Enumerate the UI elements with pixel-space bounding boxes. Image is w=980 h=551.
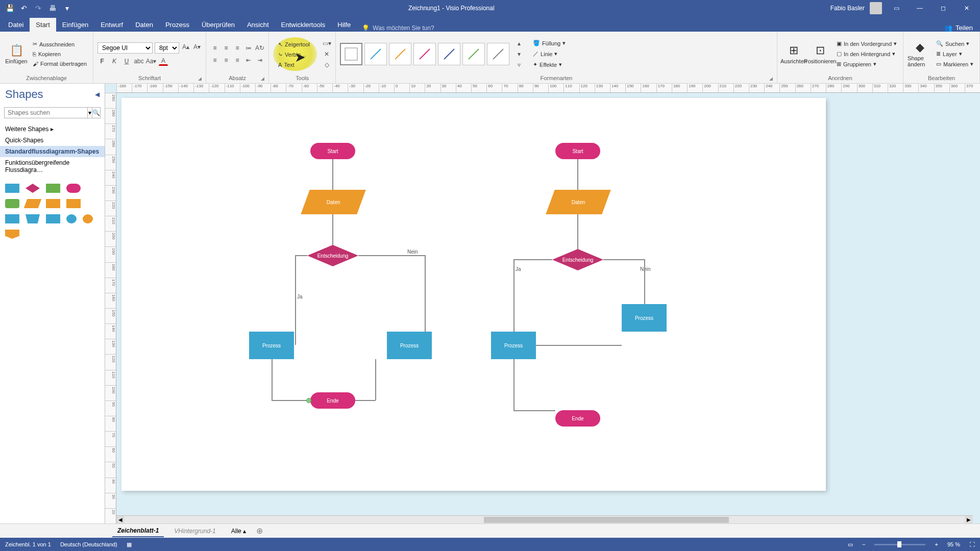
search-dropdown-icon[interactable]: ▾ bbox=[88, 107, 92, 118]
absatz-dialog-icon[interactable]: ◢ bbox=[261, 76, 264, 81]
shape-decision-right[interactable]: Entscheidung bbox=[552, 249, 603, 270]
align-mid-icon[interactable]: ≡ bbox=[222, 43, 231, 53]
change-shape-button[interactable]: ◆Shape ändern bbox=[908, 37, 932, 71]
shape-process-left-left[interactable]: Prozess bbox=[249, 332, 294, 359]
align-top-icon[interactable]: ≡ bbox=[210, 43, 219, 53]
stencil-terminator[interactable] bbox=[66, 184, 81, 193]
send-backward-button[interactable]: ▢In den Hintergrund ▾ bbox=[835, 49, 899, 58]
tab-einfugen[interactable]: Einfügen bbox=[56, 18, 94, 32]
gallery-more-icon[interactable]: ▿ bbox=[514, 60, 524, 69]
scroll-right-icon[interactable]: ▶ bbox=[965, 516, 973, 524]
maximize-icon[interactable]: ◻ bbox=[934, 0, 952, 16]
redo-icon[interactable]: ↷ bbox=[33, 3, 44, 14]
strike-icon[interactable]: abc bbox=[134, 57, 143, 66]
tab-ansicht[interactable]: Ansicht bbox=[241, 18, 275, 32]
shape-process-left-right[interactable]: Prozess bbox=[491, 332, 536, 359]
stencil-database[interactable] bbox=[46, 199, 60, 208]
gallery-up-icon[interactable]: ▴ bbox=[514, 39, 524, 48]
delete-tool-icon[interactable]: ✕ bbox=[322, 49, 331, 59]
stencil-subprocess[interactable] bbox=[46, 184, 60, 193]
tellme-input[interactable]: Was möchten Sie tun? bbox=[373, 24, 434, 32]
stencil-document[interactable] bbox=[66, 199, 81, 208]
style-gallery[interactable] bbox=[340, 43, 509, 65]
quick-shapes-item[interactable]: Quick-Shapes bbox=[5, 135, 100, 146]
stencil-decision[interactable] bbox=[26, 184, 40, 193]
cross-functional-item[interactable]: Funktionsübergreifende Flussdiagra… bbox=[5, 157, 100, 176]
select-button[interactable]: ▭Markieren ▾ bbox=[934, 60, 975, 68]
drawing-page[interactable]: Start Daten Entscheidung Nein Prozess Ja… bbox=[121, 98, 826, 491]
formenarten-dialog-icon[interactable]: ◢ bbox=[769, 76, 773, 81]
zoom-in-icon[interactable]: + bbox=[935, 541, 938, 547]
stencil-process[interactable] bbox=[5, 184, 19, 193]
stencil-external[interactable] bbox=[5, 214, 19, 223]
align-button[interactable]: ⊞Ausrichten bbox=[781, 37, 806, 71]
paste-button[interactable]: 📋 Einfügen bbox=[4, 37, 29, 71]
macro-icon[interactable]: ▦ bbox=[127, 541, 132, 548]
page-tab-all[interactable]: Alle ▴ bbox=[226, 525, 251, 537]
shapes-search-input[interactable] bbox=[4, 107, 88, 118]
stencil-card[interactable] bbox=[46, 214, 60, 223]
group-button[interactable]: ⊞Gruppieren ▾ bbox=[835, 60, 899, 68]
stencil-display[interactable] bbox=[5, 230, 19, 239]
gallery-down-icon[interactable]: ▾ bbox=[514, 49, 524, 59]
zoom-slider[interactable] bbox=[874, 544, 925, 545]
align-bot-icon[interactable]: ≡ bbox=[233, 43, 242, 53]
shape-start-left[interactable]: Start bbox=[310, 143, 355, 159]
page-tab-1[interactable]: Zeichenblatt-1 bbox=[112, 525, 164, 537]
fit-window-icon[interactable]: ⛶ bbox=[969, 541, 975, 547]
tab-hilfe[interactable]: Hilfe bbox=[331, 18, 357, 32]
tab-uberprufen[interactable]: Überprüfen bbox=[195, 18, 241, 32]
zoom-level[interactable]: 95 % bbox=[947, 541, 960, 547]
scroll-left-icon[interactable]: ◀ bbox=[116, 516, 125, 524]
close-icon[interactable]: ✕ bbox=[958, 0, 976, 16]
freeform-tool-icon[interactable]: ◇ bbox=[322, 60, 331, 69]
stencil-onpage[interactable] bbox=[66, 214, 77, 223]
qat-more-icon[interactable]: ▾ bbox=[61, 3, 72, 14]
tab-entwicklertools[interactable]: Entwicklertools bbox=[275, 18, 332, 32]
shape-process-right-left[interactable]: Prozess bbox=[387, 332, 432, 359]
indent-inc-icon[interactable]: ⇥ bbox=[255, 56, 264, 65]
collapse-panel-icon[interactable]: ◀ bbox=[95, 91, 100, 98]
scroll-thumb[interactable] bbox=[484, 517, 729, 523]
align-center-icon[interactable]: ≡ bbox=[222, 56, 231, 65]
rectangle-tool-icon[interactable]: ▭▾ bbox=[322, 39, 331, 48]
cut-button[interactable]: ✂Ausschneiden bbox=[31, 40, 89, 48]
font-name-select[interactable]: Segoe UI bbox=[97, 42, 153, 54]
shape-end-right[interactable]: Ende bbox=[555, 410, 600, 427]
indent-dec-icon[interactable]: ⇤ bbox=[244, 56, 253, 65]
stencil-terminator2[interactable] bbox=[5, 199, 19, 208]
underline-icon[interactable]: U bbox=[122, 57, 131, 66]
font-dialog-icon[interactable]: ◢ bbox=[198, 76, 202, 81]
position-button[interactable]: ⊡Positionieren bbox=[808, 37, 832, 71]
shape-data-left[interactable]: Daten bbox=[301, 190, 365, 214]
presentation-mode-icon[interactable]: ▭ bbox=[848, 541, 853, 548]
more-shapes-item[interactable]: Weitere Shapes ▸ bbox=[5, 123, 100, 135]
horizontal-scrollbar[interactable]: ◀ ▶ bbox=[116, 515, 973, 523]
pointer-tool-button[interactable]: ↖ Zeigertool bbox=[276, 40, 314, 49]
canvas[interactable]: -180-170-160-150-140-130-120-110-100-90-… bbox=[105, 84, 980, 523]
shape-end-left[interactable]: Ende bbox=[310, 392, 355, 409]
undo-icon[interactable]: ↶ bbox=[18, 3, 30, 14]
effects-button[interactable]: ✦Effekte ▾ bbox=[531, 60, 568, 69]
language-status[interactable]: Deutsch (Deutschland) bbox=[60, 541, 117, 547]
format-painter-button[interactable]: 🖌Format übertragen bbox=[31, 60, 89, 68]
minimize-icon[interactable]: — bbox=[911, 0, 929, 16]
bring-forward-button[interactable]: ▣In den Vordergrund ▾ bbox=[835, 39, 899, 48]
zoom-out-icon[interactable]: − bbox=[862, 541, 865, 547]
shape-process-top-right[interactable]: Prozess bbox=[622, 304, 667, 332]
stencil-data[interactable] bbox=[24, 199, 42, 208]
save-icon[interactable]: 💾 bbox=[4, 3, 15, 14]
tab-start[interactable]: Start bbox=[30, 18, 56, 32]
print-icon[interactable]: 🖶 bbox=[47, 3, 58, 14]
shape-data-right[interactable]: Daten bbox=[546, 190, 610, 214]
tab-daten[interactable]: Daten bbox=[129, 18, 159, 32]
new-page-icon[interactable]: ⊕ bbox=[256, 526, 263, 536]
share-button[interactable]: 👥 Teilen bbox=[937, 24, 980, 32]
layer-button[interactable]: ≣Layer ▾ bbox=[934, 49, 975, 58]
find-button[interactable]: 🔍Suchen ▾ bbox=[934, 39, 975, 48]
align-left-icon[interactable]: ≡ bbox=[210, 56, 219, 65]
avatar[interactable] bbox=[870, 2, 882, 14]
standard-flowchart-item[interactable]: Standardflussdiagramm-Shapes bbox=[0, 146, 105, 157]
tab-prozess[interactable]: Prozess bbox=[159, 18, 195, 32]
font-color-icon[interactable]: A bbox=[159, 57, 168, 66]
